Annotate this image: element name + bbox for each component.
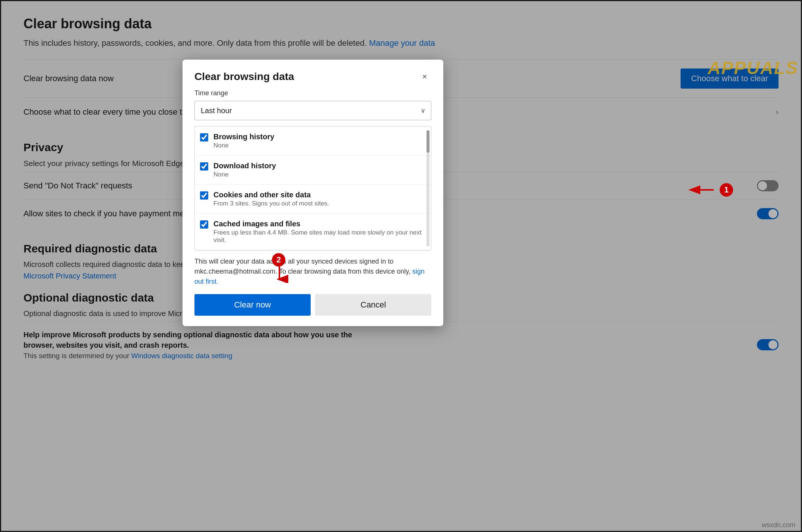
download-history-checkbox[interactable] [200,162,208,171]
cookies-checkbox[interactable] [200,191,208,200]
modal-close-button[interactable]: × [418,70,431,83]
annotation-1: 1 [688,182,733,197]
scrollbar-thumb [427,130,429,153]
time-range-select-wrapper: Last hour ∨ [194,101,431,120]
cookies-desc: From 3 sites. Signs you out of most site… [213,200,329,207]
cached-desc: Frees up less than 4.4 MB. Some sites ma… [213,229,426,244]
download-history-label: Download history [213,162,276,170]
scrollbar[interactable] [427,130,429,246]
checkbox-item-browsing-history: Browsing history None [195,127,431,156]
modal-body: Time range Last hour ∨ Browsing history … [183,89,443,326]
cached-images-checkbox[interactable] [200,220,208,229]
cancel-button[interactable]: Cancel [315,294,431,316]
browsing-history-desc: None [213,142,274,149]
red-arrow-1-icon [688,182,717,197]
watermark: APPUALS [708,58,798,78]
cached-content: Cached images and files Frees up less th… [213,220,426,244]
time-range-label: Time range [194,89,431,97]
cookies-label: Cookies and other site data [213,191,329,199]
clear-browsing-data-modal: Clear browsing data × Time range Last ho… [183,60,443,326]
modal-title: Clear browsing data [194,71,294,83]
modal-header: Clear browsing data × [183,60,443,89]
download-history-desc: None [213,171,276,178]
browsing-history-label: Browsing history [213,133,274,141]
checkbox-list: Browsing history None Download history N… [194,126,431,251]
cached-label: Cached images and files [213,220,426,228]
download-history-content: Download history None [213,162,276,178]
browsing-history-checkbox[interactable] [200,133,208,141]
cookies-content: Cookies and other site data From 3 sites… [213,191,329,207]
modal-buttons: Clear now Cancel [194,294,431,316]
annotation-number-2: 2 [272,253,285,267]
clear-now-button[interactable]: Clear now [194,294,311,316]
browsing-history-content: Browsing history None [213,133,274,149]
sync-notice: This will clear your data across all you… [194,257,431,287]
checkbox-item-download-history: Download history None [195,156,431,185]
annotation-2: 2 [268,257,291,284]
time-range-select[interactable]: Last hour [194,101,431,120]
annotation-number-1: 1 [720,183,733,197]
checkbox-item-cookies: Cookies and other site data From 3 sites… [195,185,431,214]
checkbox-item-cached: Cached images and files Frees up less th… [195,214,431,250]
